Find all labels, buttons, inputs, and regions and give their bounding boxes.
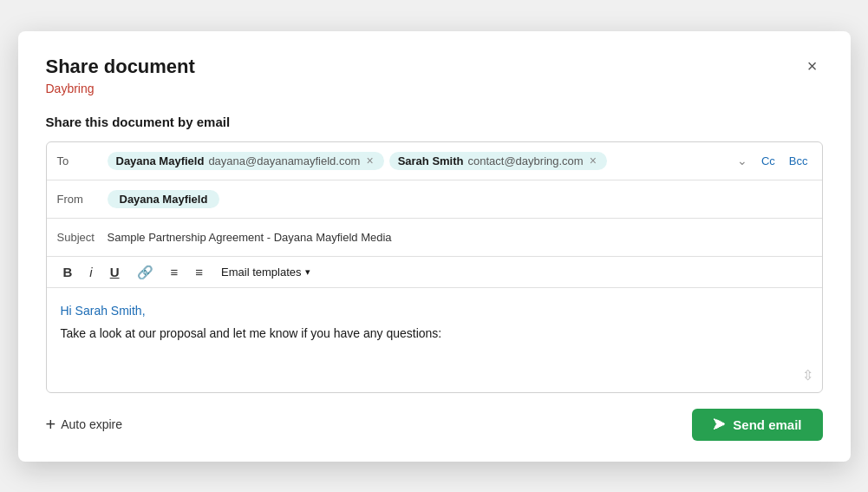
toolbar-row: B i U 🔗 ≡ ≡ Email templates ▾	[47, 257, 822, 288]
subject-row: Subject Sample Partnership Agreement - D…	[47, 219, 822, 257]
unordered-list-button[interactable]: ≡	[189, 262, 209, 282]
send-icon: ⮞	[713, 417, 726, 432]
bcc-button[interactable]: Bcc	[786, 153, 812, 169]
dialog-overlay: Share document × Daybring Share this doc…	[0, 0, 868, 492]
unordered-list-icon: ≡	[195, 265, 203, 279]
email-templates-button[interactable]: Email templates ▾	[214, 262, 317, 282]
chevron-down-icon: ▾	[305, 266, 310, 278]
plus-icon: +	[46, 416, 56, 433]
cc-button[interactable]: Cc	[758, 153, 779, 169]
scroll-handle[interactable]: ⇳	[802, 367, 813, 384]
email-form: To Dayana Mayfield dayana@dayanamayfield…	[46, 141, 823, 393]
from-row: From Dayana Mayfield	[47, 180, 822, 219]
dialog-title: Share document	[46, 56, 195, 78]
from-name-tag: Dayana Mayfield	[108, 190, 220, 208]
body-line-1: Take a look at our proposal and let me k…	[61, 326, 808, 340]
recipient-tag-2: Sarah Smith contact@daybring.com ×	[389, 152, 607, 170]
recipient-name-2: Sarah Smith	[398, 154, 464, 167]
auto-expire-button[interactable]: +Auto expire	[46, 416, 123, 433]
from-label: From	[57, 193, 108, 206]
recipient-name-1: Dayana Mayfield	[116, 154, 205, 167]
share-document-dialog: Share document × Daybring Share this doc…	[18, 31, 851, 462]
auto-expire-label: Auto expire	[61, 417, 122, 431]
ordered-list-button[interactable]: ≡	[165, 262, 185, 282]
send-email-button[interactable]: ⮞ Send email	[692, 409, 822, 441]
recipients-area: Dayana Mayfield dayana@dayanamayfield.co…	[108, 152, 734, 170]
greeting-text: Hi Sarah Smith,	[61, 304, 146, 318]
email-templates-label: Email templates	[221, 266, 301, 279]
to-label: To	[57, 154, 108, 167]
subject-value: Sample Partnership Agreement - Dayana Ma…	[108, 231, 392, 244]
body-greeting: Hi Sarah Smith,	[61, 304, 808, 318]
expand-recipients-button[interactable]: ⌄	[734, 152, 751, 169]
dialog-header: Share document ×	[46, 56, 823, 78]
send-label: Send email	[733, 417, 801, 432]
subject-label: Subject	[57, 231, 108, 244]
link-button[interactable]: 🔗	[131, 262, 160, 282]
email-body[interactable]: Hi Sarah Smith, Take a look at our propo…	[47, 288, 822, 392]
recipient-email-1: dayana@dayanamayfield.com	[208, 154, 360, 167]
cc-bcc-area: ⌄ Cc Bcc	[734, 152, 812, 169]
underline-button[interactable]: U	[104, 262, 126, 282]
recipient-email-2: contact@daybring.com	[468, 154, 584, 167]
close-button[interactable]: ×	[802, 56, 823, 76]
bold-button[interactable]: B	[57, 262, 79, 282]
recipient-tag-1: Dayana Mayfield dayana@dayanamayfield.co…	[108, 152, 384, 170]
subtitle: Daybring	[46, 82, 823, 95]
link-icon: 🔗	[137, 265, 153, 279]
dialog-footer: +Auto expire ⮞ Send email	[46, 409, 823, 441]
remove-recipient-2[interactable]: ×	[588, 154, 598, 167]
ordered-list-icon: ≡	[171, 265, 179, 279]
section-label: Share this document by email	[46, 115, 823, 129]
italic-button[interactable]: i	[83, 262, 98, 282]
to-row: To Dayana Mayfield dayana@dayanamayfield…	[47, 142, 822, 180]
remove-recipient-1[interactable]: ×	[364, 154, 375, 167]
